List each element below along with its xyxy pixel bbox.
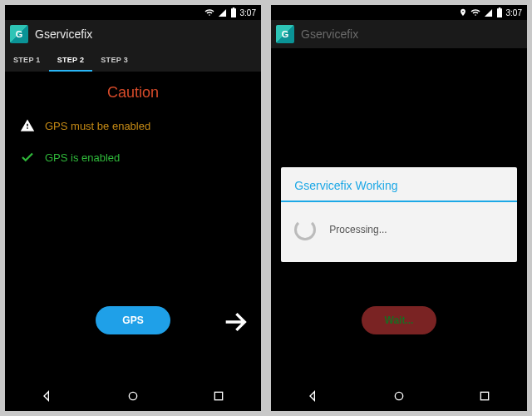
content-area: Gservicefix Working Processing... Wait..… — [271, 48, 527, 381]
wifi-icon — [204, 7, 214, 17]
nav-recent-icon[interactable] — [476, 388, 493, 404]
app-icon: G — [276, 25, 294, 43]
tab-step3[interactable]: STEP 3 — [92, 48, 136, 72]
svg-rect-1 — [214, 392, 222, 399]
tab-step1[interactable]: STEP 1 — [5, 48, 49, 72]
warning-icon — [20, 118, 35, 133]
nav-back-icon[interactable] — [39, 388, 56, 404]
bottom-button-area: Wait... — [271, 300, 527, 341]
ok-row: GPS is enabled — [5, 141, 261, 173]
location-icon — [459, 7, 467, 17]
status-time: 3:07 — [506, 8, 522, 17]
ok-text: GPS is enabled — [45, 151, 120, 164]
spinner-icon — [294, 219, 316, 240]
svg-point-2 — [395, 392, 402, 399]
android-nav-bar — [5, 381, 261, 411]
dialog-message: Processing... — [329, 224, 387, 235]
signal-icon — [484, 8, 493, 17]
nav-recent-icon[interactable] — [210, 388, 227, 404]
nav-back-icon[interactable] — [305, 388, 322, 404]
warning-row: GPS must be enabled — [5, 110, 261, 141]
phone-right: 3:07 G Gservicefix Gservicefix Working P… — [271, 5, 527, 411]
wait-button[interactable]: Wait... — [362, 306, 436, 334]
caution-heading: Caution — [5, 72, 261, 110]
battery-icon — [496, 7, 503, 17]
app-bar: G Gservicefix — [271, 20, 527, 48]
nav-home-icon[interactable] — [125, 388, 141, 404]
app-icon: G — [10, 25, 28, 43]
warning-text: GPS must be enabled — [45, 120, 150, 132]
app-title: Gservicefix — [35, 27, 92, 41]
tab-step2[interactable]: STEP 2 — [49, 48, 93, 72]
dialog-title: Gservicefix Working — [281, 167, 516, 201]
wifi-icon — [470, 7, 480, 17]
phone-left: 3:07 G Gservicefix STEP 1 STEP 2 STEP 3 … — [5, 5, 261, 411]
check-icon — [20, 150, 35, 165]
battery-icon — [230, 7, 237, 17]
nav-home-icon[interactable] — [391, 388, 407, 404]
app-bar: G Gservicefix STEP 1 STEP 2 STEP 3 — [5, 20, 261, 72]
status-bar: 3:07 — [5, 5, 261, 20]
status-bar: 3:07 — [271, 5, 527, 20]
status-time: 3:07 — [240, 8, 256, 17]
content-area: Caution GPS must be enabled GPS is enabl… — [5, 72, 261, 381]
svg-rect-3 — [480, 392, 488, 399]
signal-icon — [218, 8, 227, 17]
android-nav-bar — [271, 381, 527, 411]
gps-button[interactable]: GPS — [96, 306, 170, 334]
next-arrow-icon[interactable] — [221, 308, 249, 339]
progress-dialog: Gservicefix Working Processing... — [281, 167, 516, 262]
svg-point-0 — [129, 392, 136, 399]
app-title: Gservicefix — [301, 27, 358, 41]
tab-bar: STEP 1 STEP 2 STEP 3 — [5, 48, 261, 72]
dialog-body: Processing... — [281, 202, 516, 262]
